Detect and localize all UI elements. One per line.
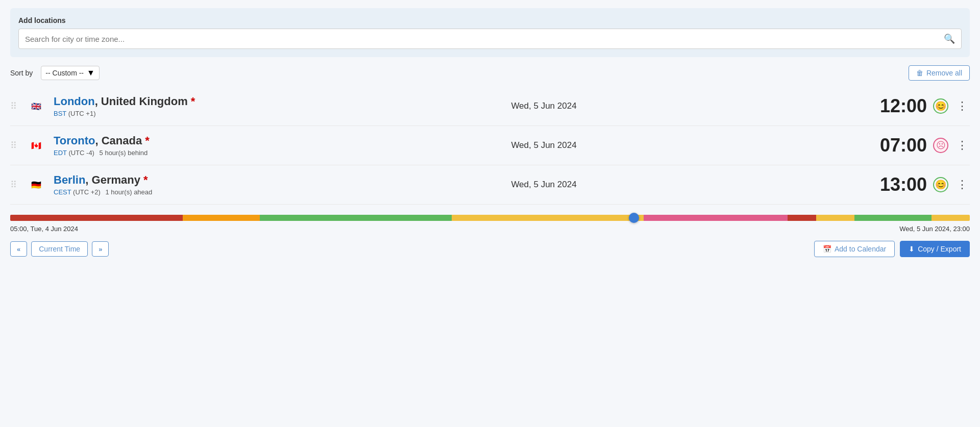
timeline-section: 05:00, Tue, 4 Jun 2024 Wed, 5 Jun 2024, … <box>10 215 970 233</box>
tl-segment-5 <box>644 215 788 221</box>
location-info-london: London, United Kingdom * BST (UTC +1) <box>54 95 217 117</box>
timeline-start-label: 05:00, Tue, 4 Jun 2024 <box>10 225 78 233</box>
mood-icon-london: 😊 <box>933 98 948 114</box>
calendar-icon: 📅 <box>823 245 831 253</box>
download-icon: ⬇ <box>909 245 915 253</box>
nav-buttons: « Current Time » <box>10 241 109 257</box>
location-tz-berlin: CEST (UTC +2) 1 hour(s) ahead <box>54 188 217 196</box>
more-options-toronto[interactable]: ⋮ <box>954 139 970 152</box>
location-time-berlin: 13:00 <box>871 174 927 195</box>
current-time-button[interactable]: Current Time <box>31 241 88 257</box>
chevron-down-icon: ▼ <box>87 68 95 78</box>
timeline-labels: 05:00, Tue, 4 Jun 2024 Wed, 5 Jun 2024, … <box>10 225 970 233</box>
add-locations-section: Add locations 🔍 <box>10 8 970 57</box>
tz-offset-london: (UTC +1) <box>68 110 96 117</box>
more-options-berlin[interactable]: ⋮ <box>954 178 970 191</box>
table-row: ⠿ 🇬🇧 London, United Kingdom * BST (UTC +… <box>10 87 970 126</box>
table-row: ⠿ 🇨🇦 Toronto, Canada * EDT (UTC -4) 5 ho… <box>10 126 970 165</box>
city-link-toronto[interactable]: Toronto <box>54 134 95 147</box>
time-section-berlin: 13:00 😊 ⋮ <box>871 174 970 195</box>
next-button[interactable]: » <box>92 241 109 257</box>
sort-row: Sort by -- Custom -- ▼ <box>10 66 100 80</box>
mood-icon-toronto: ☹ <box>933 138 948 153</box>
location-date-toronto: Wed, 5 Jun 2024 <box>223 140 865 150</box>
tl-segment-9 <box>932 215 970 221</box>
city-link-london[interactable]: London <box>54 95 95 108</box>
time-section-london: 12:00 😊 ⋮ <box>871 95 970 117</box>
tl-segment-2 <box>183 215 259 221</box>
timeline-bar <box>10 215 970 221</box>
location-info-toronto: Toronto, Canada * EDT (UTC -4) 5 hour(s)… <box>54 134 217 157</box>
flag-toronto: 🇨🇦 <box>25 141 47 150</box>
location-country-berlin: , Germany <box>85 173 140 186</box>
timeline-actions: « Current Time » 📅 Add to Calendar ⬇ Cop… <box>10 241 970 257</box>
location-name-toronto: Toronto, Canada * <box>54 134 217 147</box>
add-calendar-button[interactable]: 📅 Add to Calendar <box>814 241 895 257</box>
search-icon: 🔍 <box>944 33 955 44</box>
location-time-toronto: 07:00 <box>871 135 927 156</box>
location-info-berlin: Berlin, Germany * CEST (UTC +2) 1 hour(s… <box>54 173 217 196</box>
drag-handle[interactable]: ⠿ <box>10 101 17 112</box>
tl-segment-1 <box>10 215 183 221</box>
search-bar: 🔍 <box>18 29 962 49</box>
copy-export-button[interactable]: ⬇ Copy / Export <box>900 241 970 257</box>
location-date-berlin: Wed, 5 Jun 2024 <box>223 180 865 190</box>
location-time-london: 12:00 <box>871 95 927 117</box>
timeline-marker <box>629 213 639 223</box>
add-calendar-label: Add to Calendar <box>835 245 886 253</box>
location-country-toronto: , Canada <box>95 134 142 147</box>
flag-berlin: 🇩🇪 <box>25 180 47 190</box>
search-input[interactable] <box>25 35 944 43</box>
tz-code-berlin: CEST <box>54 188 71 196</box>
remove-all-button[interactable]: 🗑 Remove all <box>909 65 970 81</box>
location-name-london: London, United Kingdom * <box>54 95 217 108</box>
location-name-berlin: Berlin, Germany * <box>54 173 217 187</box>
tl-segment-3 <box>260 215 452 221</box>
copy-export-label: Copy / Export <box>918 245 961 253</box>
offset-note-berlin: 1 hour(s) ahead <box>106 188 153 196</box>
tl-segment-8 <box>854 215 931 221</box>
action-buttons: 📅 Add to Calendar ⬇ Copy / Export <box>814 241 970 257</box>
offset-note-toronto: 5 hour(s) behind <box>100 149 148 157</box>
tz-offset-berlin: (UTC +2) <box>73 188 101 196</box>
timeline-bar-wrapper[interactable] <box>10 215 970 223</box>
tz-offset-toronto: (UTC -4) <box>68 149 94 157</box>
tz-code-london: BST <box>54 110 66 117</box>
location-list: ⠿ 🇬🇧 London, United Kingdom * BST (UTC +… <box>10 87 970 205</box>
tl-segment-7 <box>816 215 854 221</box>
trash-icon: 🗑 <box>916 69 923 77</box>
sort-remove-bar: Sort by -- Custom -- ▼ 🗑 Remove all <box>10 65 970 81</box>
location-tz-toronto: EDT (UTC -4) 5 hour(s) behind <box>54 149 217 157</box>
city-link-berlin[interactable]: Berlin <box>54 173 85 186</box>
time-section-toronto: 07:00 ☹ ⋮ <box>871 135 970 156</box>
location-date-london: Wed, 5 Jun 2024 <box>223 101 865 111</box>
more-options-london[interactable]: ⋮ <box>954 99 970 113</box>
mood-icon-berlin: 😊 <box>933 177 948 192</box>
sort-select-text: -- Custom -- <box>45 69 84 77</box>
tl-segment-6 <box>788 215 816 221</box>
prev-button[interactable]: « <box>10 241 27 257</box>
add-locations-label: Add locations <box>18 16 962 24</box>
location-country-london: , United Kingdom <box>95 95 188 108</box>
remove-all-label: Remove all <box>926 69 962 77</box>
flag-london: 🇬🇧 <box>25 102 47 111</box>
location-tz-london: BST (UTC +1) <box>54 110 217 117</box>
sort-select[interactable]: -- Custom -- ▼ <box>41 66 100 80</box>
drag-handle[interactable]: ⠿ <box>10 179 17 190</box>
sort-by-label: Sort by <box>10 69 33 77</box>
table-row: ⠿ 🇩🇪 Berlin, Germany * CEST (UTC +2) 1 h… <box>10 165 970 205</box>
timeline-end-label: Wed, 5 Jun 2024, 23:00 <box>899 225 970 233</box>
tl-segment-4 <box>452 215 644 221</box>
drag-handle[interactable]: ⠿ <box>10 140 17 151</box>
tz-code-toronto: EDT <box>54 149 67 157</box>
